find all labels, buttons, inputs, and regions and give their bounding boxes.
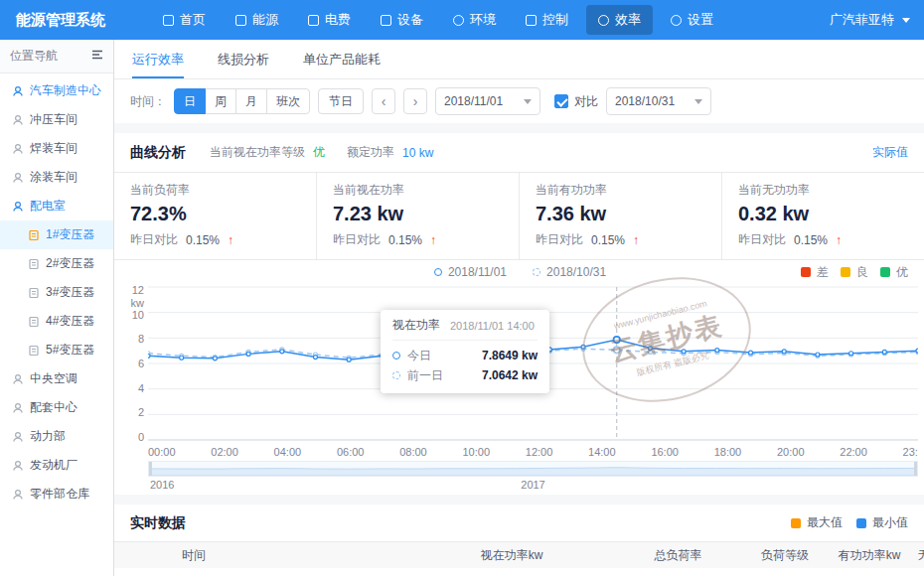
stat-label: 当前有功功率 — [536, 182, 705, 199]
realtime-header: 实时数据 最大值 最小值 — [114, 504, 924, 542]
legend-series-yesterday[interactable]: 2018/10/31 — [533, 265, 606, 279]
stat-compare-value: 0.15% — [794, 233, 828, 247]
datazoom-slider[interactable] — [148, 461, 918, 477]
tab-operating-efficiency[interactable]: 运行效率 — [132, 40, 184, 78]
nav-control-label: 控制 — [542, 11, 568, 29]
table-row[interactable]: 01 2018-11-01 14:00 7.9482 79.05% 优 5.74… — [114, 568, 924, 576]
stat-value: 7.36 kw — [536, 203, 705, 225]
x-axis: 00:00 02:00 04:00 06:00 08:00 10:00 12:0… — [148, 443, 918, 461]
stat-compare-value: 0.15% — [388, 233, 422, 247]
transformer-icon — [28, 229, 40, 241]
nav-electricity-fee[interactable]: 电费 — [296, 5, 363, 35]
sidebar-item-auto-center[interactable]: 汽车制造中心 — [0, 76, 113, 105]
tree-label: 冲压车间 — [30, 111, 77, 128]
cell-apparent-power: 7.9482 — [402, 568, 621, 576]
sidebar-item-hvac[interactable]: 中央空调 — [0, 364, 113, 393]
home-icon — [163, 15, 174, 26]
sidebar-item-stamping[interactable]: 冲压车间 — [0, 105, 113, 134]
location-icon — [12, 489, 24, 501]
tabs-row: 运行效率 线损分析 单位产品能耗 — [114, 40, 924, 79]
compare-checkbox-wrap[interactable]: 对比 — [554, 93, 598, 110]
collapse-icon[interactable] — [91, 49, 103, 64]
prev-day-button[interactable]: ‹ — [372, 88, 395, 114]
period-week-button[interactable]: 周 — [205, 88, 236, 114]
tab-line-loss[interactable]: 线损分析 — [218, 40, 269, 78]
period-day-button[interactable]: 日 — [174, 88, 206, 114]
date-compare-value: 2018/10/31 — [615, 94, 675, 108]
tooltip-series-name: 今日 — [407, 348, 431, 364]
cell-load-level: 优 — [735, 568, 835, 576]
sidebar-title: 位置导航 — [10, 48, 58, 65]
actual-value-link[interactable]: 实际值 — [872, 144, 908, 161]
rated-power-value: 10 kw — [402, 146, 433, 160]
x-tick: 00:00 — [148, 446, 176, 458]
sidebar-item-transformer-1[interactable]: 1#变压器 — [0, 220, 113, 249]
legend-label: 优 — [896, 264, 908, 281]
legend-label: 差 — [817, 264, 829, 281]
sidebar-item-engine-plant[interactable]: 发动机厂 — [0, 451, 113, 480]
tooltip-title: 视在功率 — [392, 317, 440, 334]
tooltip-row-yesterday: 前一日 7.0642 kw — [392, 365, 538, 385]
x-tick: 08:00 — [399, 446, 427, 458]
compare-label: 对比 — [574, 93, 598, 110]
nav-energy[interactable]: 能源 — [224, 5, 290, 35]
date-select-compare[interactable]: 2018/10/31 — [606, 87, 711, 115]
y-tick: 12 — [132, 284, 144, 296]
compare-checkbox[interactable] — [554, 94, 568, 108]
col-load-level: 负荷等级 — [735, 542, 835, 568]
sidebar-item-support-center[interactable]: 配套中心 — [0, 393, 113, 422]
nav-settings[interactable]: 设置 — [659, 5, 725, 35]
nav-home[interactable]: 首页 — [151, 5, 218, 35]
tab-unit-energy[interactable]: 单位产品能耗 — [303, 40, 381, 78]
y-tick: 2 — [138, 406, 144, 418]
nav-control[interactable]: 控制 — [514, 5, 580, 35]
tree-label: 5#变压器 — [46, 342, 94, 359]
nav-fee-label: 电费 — [325, 11, 351, 29]
nav-environment[interactable]: 环境 — [441, 5, 508, 35]
holiday-button[interactable]: 节日 — [318, 88, 364, 114]
period-month-button[interactable]: 月 — [235, 88, 267, 114]
nav-efficiency[interactable]: 效率 — [586, 5, 653, 35]
time-toolbar: 时间： 日 周 月 班次 节日 ‹ › 2018/11/01 — [114, 79, 924, 123]
sidebar-header: 位置导航 — [0, 40, 113, 73]
sidebar-item-transformer-5[interactable]: 5#变压器 — [0, 336, 113, 364]
legend-level-good: 良 — [841, 264, 868, 281]
tree-label: 2#变压器 — [46, 255, 94, 272]
date-select-start[interactable]: 2018/11/01 — [435, 87, 540, 115]
company-menu[interactable]: 广汽菲亚特 — [830, 11, 924, 29]
stat-compare-label: 昨日对比 — [536, 231, 583, 248]
company-name: 广汽菲亚特 — [830, 11, 894, 29]
arrow-up-icon: ↑ — [633, 233, 639, 247]
app-title: 能源管理系统 — [0, 11, 121, 30]
sidebar-item-transformer-2[interactable]: 2#变压器 — [0, 249, 113, 278]
stat-reactive-power: 当前无功功率 0.32 kw 昨日对比0.15%↑ — [722, 173, 924, 259]
next-day-button[interactable]: › — [403, 88, 427, 114]
cell-time: 2018-11-01 14:00 — [162, 568, 402, 576]
chevron-down-icon — [694, 99, 702, 104]
sidebar-item-transformer-4[interactable]: 4#变压器 — [0, 307, 113, 336]
power-level-value: 优 — [313, 144, 325, 161]
stat-label: 当前无功功率 — [738, 182, 908, 199]
y-axis: 12 10 8 6 4 2 0 kw — [122, 284, 148, 443]
series-marker-dashed-icon — [533, 268, 540, 276]
arrow-up-icon: ↑ — [228, 233, 233, 247]
tree-label: 零件部仓库 — [30, 486, 89, 503]
nav-equipment[interactable]: 设备 — [369, 5, 435, 35]
sidebar-item-power-dept[interactable]: 动力部 — [0, 422, 113, 451]
sidebar-item-painting[interactable]: 涂装车间 — [0, 163, 113, 192]
chevron-down-icon — [524, 99, 532, 104]
period-shift-button[interactable]: 班次 — [266, 88, 310, 114]
sidebar-item-transformer-3[interactable]: 3#变压器 — [0, 278, 113, 307]
legend-label: 最大值 — [807, 514, 843, 531]
sidebar-item-power-room[interactable]: 配电室 — [0, 192, 113, 220]
stat-value: 72.3% — [130, 203, 300, 225]
stat-compare-label: 昨日对比 — [333, 231, 381, 248]
tooltip-series-value: 7.8649 kw — [482, 349, 538, 362]
device-icon — [381, 15, 391, 26]
gear-icon — [671, 15, 682, 26]
sidebar-item-parts-warehouse[interactable]: 零件部仓库 — [0, 480, 113, 508]
x-tick: 02:00 — [211, 446, 238, 458]
sidebar-item-welding[interactable]: 焊装车间 — [0, 134, 113, 163]
legend-series-today[interactable]: 2018/11/01 — [434, 265, 507, 279]
nav-efficiency-label: 效率 — [615, 11, 641, 29]
